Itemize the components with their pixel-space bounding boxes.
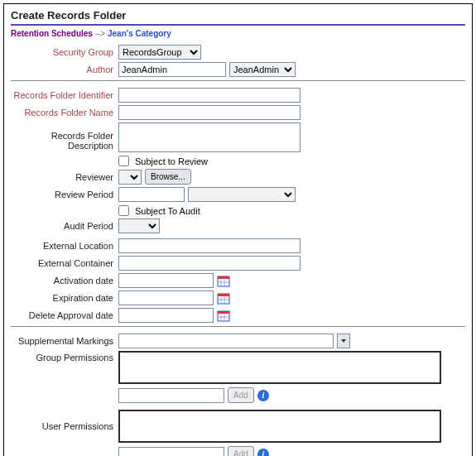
label-activation-date: Activation date (11, 276, 118, 286)
label-subject-review: Subject to Review (135, 156, 208, 166)
author-input[interactable] (118, 62, 226, 77)
breadcrumb-separator: --> (95, 29, 106, 38)
breadcrumb-current[interactable]: Jean's Category (108, 29, 171, 38)
svg-rect-11 (218, 311, 229, 314)
subject-to-review-checkbox[interactable] (118, 156, 129, 166)
breadcrumb: Retention Schedules --> Jean's Category (11, 29, 465, 45)
user-permission-add-input[interactable] (118, 447, 224, 457)
folder-name-input[interactable] (118, 105, 301, 120)
label-folder-identifier: Records Folder Identifier (11, 90, 118, 100)
label-subject-audit: Subject To Audit (135, 206, 200, 216)
security-group-select[interactable]: RecordsGroup (118, 45, 201, 60)
label-group-permissions: Group Permissions (11, 351, 118, 362)
author-select[interactable]: JeanAdmin (229, 62, 296, 77)
info-icon[interactable]: i (257, 390, 269, 401)
audit-period-select[interactable] (118, 218, 160, 233)
label-audit-period: Audit Period (11, 221, 118, 231)
calendar-icon[interactable] (217, 291, 230, 305)
review-period-input[interactable] (118, 187, 185, 202)
folder-identifier-input[interactable] (118, 88, 301, 103)
label-external-location: External Location (11, 241, 118, 251)
external-location-input[interactable] (118, 238, 301, 253)
group-permission-add-button[interactable]: Add (228, 387, 254, 403)
info-icon[interactable]: i (257, 449, 269, 457)
label-supplemental-markings: Supplemental Markings (11, 336, 118, 346)
delete-approval-date-input[interactable] (118, 308, 214, 323)
calendar-icon[interactable] (217, 274, 230, 287)
supplemental-markings-dropdown-button[interactable] (337, 334, 350, 348)
label-security-group: Security Group (11, 47, 118, 57)
folder-desc-textarea[interactable] (118, 122, 301, 152)
browse-button[interactable]: Browse... (145, 169, 191, 185)
label-review-period: Review Period (11, 190, 118, 199)
group-permissions-box[interactable] (118, 351, 441, 384)
review-period-select[interactable] (188, 187, 296, 202)
label-folder-name: Records Folder Name (11, 108, 118, 118)
label-reviewer: Reviewer (11, 172, 118, 182)
subject-to-audit-checkbox[interactable] (118, 205, 129, 216)
page-title: Create Records Folder (11, 9, 465, 24)
supplemental-markings-combo[interactable] (118, 334, 334, 348)
svg-rect-6 (218, 294, 229, 296)
label-expiration-date: Expiration date (11, 293, 118, 303)
group-permission-add-input[interactable] (118, 388, 224, 403)
external-container-input[interactable] (118, 256, 301, 271)
supplemental-markings-input[interactable] (119, 334, 333, 348)
label-author: Author (11, 65, 118, 74)
label-delete-approval-date: Delete Approval date (11, 310, 118, 320)
label-user-permissions: User Permissions (11, 410, 118, 431)
user-permission-add-button[interactable]: Add (228, 446, 254, 456)
expiration-date-input[interactable] (118, 290, 214, 305)
calendar-icon[interactable] (217, 309, 230, 322)
activation-date-input[interactable] (118, 273, 214, 288)
breadcrumb-root[interactable]: Retention Schedules (11, 29, 93, 38)
svg-rect-1 (218, 276, 229, 279)
user-permissions-box[interactable] (118, 410, 441, 443)
chevron-down-icon (341, 339, 346, 343)
label-folder-desc: Records Folder Description (11, 122, 118, 151)
reviewer-select[interactable] (118, 170, 142, 185)
label-external-container: External Container (11, 258, 118, 268)
